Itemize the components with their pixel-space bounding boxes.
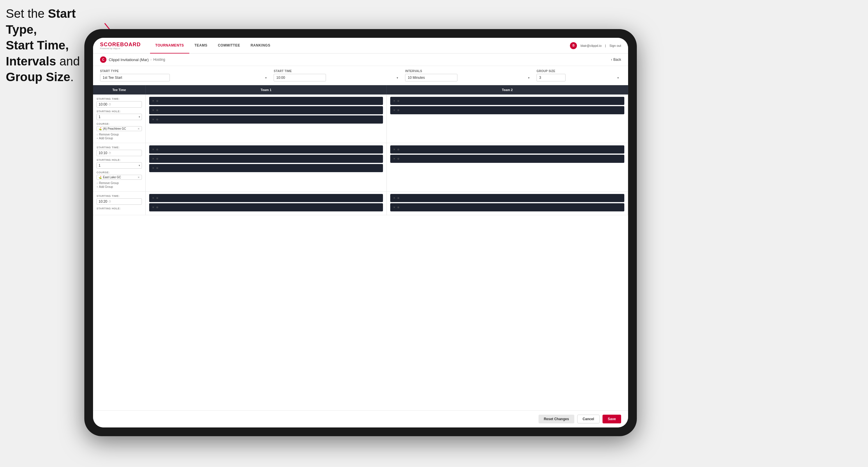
start-type-select[interactable]: 1st Tee Start	[100, 74, 170, 82]
slot-x-icon[interactable]: ✕	[152, 109, 154, 112]
slot-x-icon[interactable]: ✕	[393, 196, 396, 199]
table-row: STARTING TIME: 10:00 ⏱ STARTING HOLE: 1	[93, 94, 628, 143]
nav-link-rankings[interactable]: RANKINGS	[245, 38, 276, 54]
slot-x-icon[interactable]: ✕	[393, 148, 396, 151]
slot-expand-icon[interactable]: ⊕	[156, 157, 158, 160]
slot-actions: ✕ ⊕	[152, 196, 158, 199]
nav-links: TOURNAMENTS TEAMS COMMITTEE RANKINGS	[150, 38, 570, 54]
group-2-time-input[interactable]: 10:10 ⏱	[97, 150, 142, 156]
slot-expand-icon[interactable]: ⊕	[156, 118, 158, 121]
starting-time-label-3: STARTING TIME:	[97, 194, 142, 197]
group-2-hole-select[interactable]: 1	[97, 162, 142, 169]
slot-expand-icon[interactable]: ⊕	[397, 196, 400, 199]
player-slot: ✕ ⊕	[390, 194, 624, 202]
tee-time-table-container: Tee Time Team 1 Team 2 STARTING TIME: 10…	[93, 85, 628, 410]
start-time-select[interactable]: 10:00	[274, 74, 326, 82]
remove-group-2-btn[interactable]: ○ Remove Group	[97, 182, 142, 185]
slot-x-icon[interactable]: ✕	[152, 157, 154, 160]
logo-text: SCOREBOARD	[100, 41, 141, 48]
intervals-field: Intervals 10 Minutes	[405, 69, 532, 82]
slot-x-icon[interactable]: ✕	[393, 99, 396, 102]
slot-actions: ✕ ⊕	[152, 157, 158, 160]
slot-expand-icon[interactable]: ⊕	[156, 196, 158, 199]
tee-time-table: Tee Time Team 1 Team 2 STARTING TIME: 10…	[93, 85, 628, 215]
remove-icon: ○	[97, 182, 98, 185]
player-slot-course: ✕ ⊕	[149, 164, 383, 172]
add-group-1-btn[interactable]: + Add Group	[97, 137, 142, 140]
reset-changes-button[interactable]: Reset Changes	[538, 415, 574, 424]
nav-link-teams[interactable]: TEAMS	[189, 38, 213, 54]
group-3-time-input[interactable]: 10:20 ⏱	[97, 198, 142, 205]
group-2-hole-wrapper: 1	[97, 162, 142, 169]
config-row: Start Type 1st Tee Start Start Time 10:0…	[93, 66, 628, 85]
start-type-label: Start Type	[100, 69, 269, 73]
cancel-button[interactable]: Cancel	[577, 415, 599, 424]
slot-actions: ✕ ⊕	[152, 109, 158, 112]
slot-actions: ✕ ⊕	[393, 157, 400, 160]
add-group-2-btn[interactable]: + Add Group	[97, 185, 142, 188]
nav-right: B blair@clippd.io | Sign out	[570, 42, 621, 49]
slot-expand-icon[interactable]: ⊕	[156, 99, 158, 102]
slot-expand-icon[interactable]: ⊕	[397, 206, 400, 209]
table-row: STARTING TIME: 10:20 ⏱ STARTING HOLE: ✕	[93, 192, 628, 215]
player-slot: ✕ ⊕	[390, 155, 624, 163]
slot-x-icon[interactable]: ✕	[393, 206, 396, 209]
group-3-team1-cell: ✕ ⊕ ✕ ⊕	[145, 192, 387, 215]
group-2-course-tag: ⛳ East Lake GC ✕	[97, 175, 142, 180]
group-size-label: Group Size	[536, 69, 621, 73]
group-1-course-tag: ⛳ (A) Peachtree GC ✕	[97, 126, 142, 131]
save-button[interactable]: Save	[602, 415, 621, 424]
table-footer: Reset Changes Cancel Save	[93, 410, 628, 428]
col-team2: Team 2	[387, 85, 628, 94]
slot-x-icon[interactable]: ✕	[152, 148, 154, 151]
slot-expand-icon[interactable]: ⊕	[156, 167, 158, 169]
slot-expand-icon[interactable]: ⊕	[156, 206, 158, 209]
slot-actions: ✕ ⊕	[393, 148, 400, 151]
navbar: SCOREBOARD Powered by clipp.io TOURNAMEN…	[93, 38, 628, 54]
group-size-select[interactable]: 3	[536, 74, 565, 82]
player-slot: ✕ ⊕	[390, 106, 624, 114]
course-remove-x-1[interactable]: ✕	[137, 127, 140, 130]
group-1-team2-cell: ✕ ⊕ ✕ ⊕	[387, 94, 628, 143]
nav-link-committee[interactable]: COMMITTEE	[213, 38, 245, 54]
slot-x-icon[interactable]: ✕	[152, 196, 154, 199]
slot-expand-icon[interactable]: ⊕	[397, 99, 400, 102]
slot-expand-icon[interactable]: ⊕	[397, 157, 400, 160]
starting-hole-label-2: STARTING HOLE:	[97, 158, 142, 161]
nav-link-tournaments[interactable]: TOURNAMENTS	[150, 38, 189, 54]
slot-actions: ✕ ⊕	[393, 196, 400, 199]
group-size-select-wrapper: 3	[536, 74, 621, 82]
add-icon: +	[97, 186, 98, 188]
annotation-text: Set the Start Type, Start Time, Interval…	[6, 6, 93, 85]
slot-expand-icon[interactable]: ⊕	[156, 109, 158, 112]
group-1-time-input[interactable]: 10:00 ⏱	[97, 101, 142, 107]
slot-x-icon[interactable]: ✕	[393, 157, 396, 160]
tournament-icon: C	[100, 56, 106, 63]
table-row: STARTING TIME: 10:10 ⏱ STARTING HOLE: 1	[93, 143, 628, 192]
slot-expand-icon[interactable]: ⊕	[156, 148, 158, 151]
sign-out-link[interactable]: Sign out	[610, 44, 621, 48]
group-1-hole-wrapper: 1	[97, 114, 142, 120]
group-1-hole-select[interactable]: 1	[97, 114, 142, 120]
slot-x-icon[interactable]: ✕	[152, 206, 154, 209]
slot-x-icon[interactable]: ✕	[393, 109, 396, 112]
starting-hole-label-1: STARTING HOLE:	[97, 110, 142, 113]
slot-actions: ✕ ⊕	[393, 206, 400, 209]
back-button[interactable]: ‹ Back	[611, 58, 621, 62]
slot-x-icon[interactable]: ✕	[152, 99, 154, 102]
player-slot: ✕ ⊕	[149, 155, 383, 163]
slot-x-icon[interactable]: ✕	[152, 167, 154, 169]
starting-hole-label-3: STARTING HOLE:	[97, 207, 142, 210]
breadcrumb-separator: ›	[150, 58, 152, 62]
intervals-select[interactable]: 10 Minutes	[405, 74, 457, 82]
slot-x-icon[interactable]: ✕	[152, 118, 154, 121]
add-icon: +	[97, 137, 98, 140]
slot-actions: ✕ ⊕	[152, 118, 158, 121]
slot-expand-icon[interactable]: ⊕	[397, 148, 400, 151]
slot-expand-icon[interactable]: ⊕	[397, 109, 400, 112]
course-remove-x-2[interactable]: ✕	[137, 176, 140, 179]
tournament-name[interactable]: Clippd Invitational (Mar)	[109, 58, 149, 62]
remove-group-1-btn[interactable]: ○ Remove Group	[97, 133, 142, 136]
player-slot: ✕ ⊕	[390, 203, 624, 211]
hosting-badge: Hosting	[153, 58, 165, 62]
